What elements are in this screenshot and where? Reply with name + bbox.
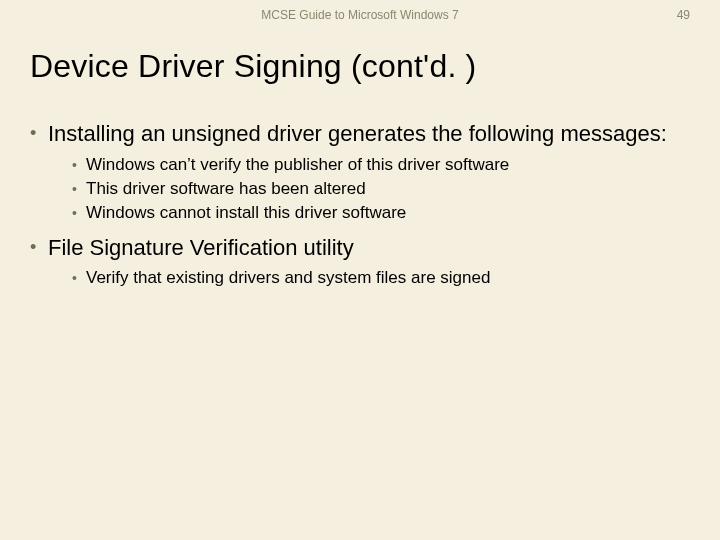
bullet-dot-icon: • (72, 267, 86, 289)
bullet-level1: • File Signature Verification utility (30, 234, 690, 262)
header-page-number: 49 (677, 8, 690, 22)
slide-body: • Installing an unsigned driver generate… (30, 120, 690, 299)
sub-bullet-group: • Windows can’t verify the publisher of … (72, 154, 690, 224)
bullet-level2: • Windows cannot install this driver sof… (72, 202, 690, 224)
bullet-dot-icon: • (30, 120, 48, 148)
sub-bullet-group: • Verify that existing drivers and syste… (72, 267, 690, 289)
bullet-text: Windows can’t verify the publisher of th… (86, 154, 690, 176)
slide-header: MCSE Guide to Microsoft Windows 7 49 (0, 8, 720, 28)
bullet-level1: • Installing an unsigned driver generate… (30, 120, 690, 148)
header-source: MCSE Guide to Microsoft Windows 7 (261, 8, 458, 22)
bullet-dot-icon: • (72, 154, 86, 176)
slide-title: Device Driver Signing (cont'd. ) (30, 48, 476, 85)
bullet-text: Windows cannot install this driver softw… (86, 202, 690, 224)
bullet-level2: • Windows can’t verify the publisher of … (72, 154, 690, 176)
bullet-dot-icon: • (72, 202, 86, 224)
bullet-dot-icon: • (30, 234, 48, 262)
bullet-dot-icon: • (72, 178, 86, 200)
bullet-text: File Signature Verification utility (48, 234, 690, 262)
bullet-text: Verify that existing drivers and system … (86, 267, 690, 289)
bullet-level2: • This driver software has been altered (72, 178, 690, 200)
slide: MCSE Guide to Microsoft Windows 7 49 Dev… (0, 0, 720, 540)
bullet-text: This driver software has been altered (86, 178, 690, 200)
bullet-level2: • Verify that existing drivers and syste… (72, 267, 690, 289)
bullet-text: Installing an unsigned driver generates … (48, 120, 690, 148)
